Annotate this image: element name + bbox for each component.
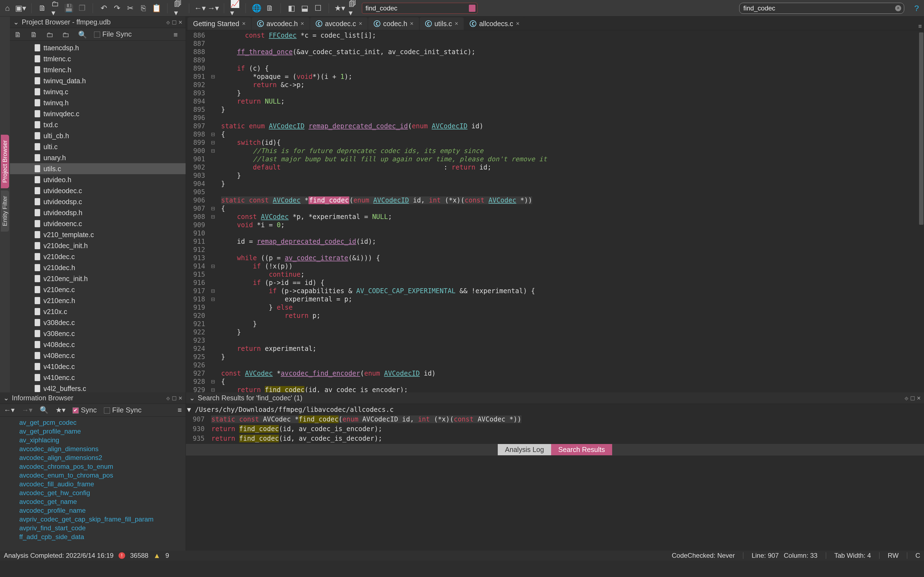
info-link[interactable]: avcodec_get_hw_config — [19, 488, 186, 497]
back-icon[interactable]: ←▾ — [4, 406, 15, 414]
chevron-down-icon[interactable]: ⌄ — [3, 394, 9, 402]
rail-tab-entity[interactable]: Entity Filter — [1, 190, 9, 232]
error-count[interactable]: 36588 — [130, 552, 149, 559]
file-sync-checkbox[interactable]: File Sync — [104, 406, 142, 414]
file-item[interactable]: ttaencdsp.h — [10, 42, 186, 53]
graph-icon[interactable]: 📈▾ — [231, 4, 239, 12]
tab-width[interactable]: Tab Width: 4 — [834, 552, 871, 559]
error-icon[interactable]: ! — [118, 552, 125, 559]
forward-icon[interactable]: →▾ — [22, 406, 32, 414]
chevron-down-icon[interactable]: ⌄ — [189, 394, 195, 402]
info-link[interactable]: avpriv_codec_get_cap_skip_frame_fill_par… — [19, 515, 186, 524]
info-link[interactable]: avpriv_find_start_code — [19, 524, 186, 532]
file-item[interactable]: v408enc.c — [10, 350, 186, 361]
maximize-icon[interactable]: □ — [172, 18, 176, 26]
editor-tab[interactable]: Ccodec.h× — [368, 17, 419, 30]
tree-icon[interactable]: 🗀 — [46, 31, 54, 38]
file-item[interactable]: v210enc_init.h — [10, 273, 186, 284]
global-search-input[interactable]: find_codec × — [739, 3, 904, 14]
file-item[interactable]: utils.c — [10, 163, 186, 174]
file-item[interactable]: utvideodsp.h — [10, 207, 186, 218]
info-link[interactable]: av_xiphlacing — [19, 436, 186, 445]
file-item[interactable]: v210enc.h — [10, 295, 186, 306]
sync-checkbox[interactable]: Sync — [73, 406, 97, 414]
doc-icon[interactable]: 🗎 — [266, 4, 274, 12]
pin-icon[interactable]: ⟐ — [166, 18, 170, 26]
layout-window-icon[interactable]: ☐ — [314, 4, 322, 12]
results-content[interactable]: ▼ /Users/chy/Downloads/ffmpeg/libavcodec… — [186, 404, 924, 443]
info-link[interactable]: av_get_profile_name — [19, 427, 186, 436]
star-icon[interactable]: ★▾ — [55, 406, 65, 414]
chevron-down-icon[interactable]: ⌄ — [13, 18, 19, 26]
file-item[interactable]: utvideodsp.c — [10, 196, 186, 207]
close-panel-icon[interactable]: × — [917, 394, 921, 402]
entity-combo[interactable]: find_codec — [362, 3, 477, 14]
fold-column[interactable]: ⊟⊟⊟⊟⊟⊟⊟⊟⊟⊟⊟ — [208, 30, 218, 392]
tab-analysis-log[interactable]: Analysis Log — [498, 444, 551, 455]
file-item[interactable]: v210_template.c — [10, 229, 186, 240]
info-link[interactable]: ff_add_cpb_side_data — [19, 532, 186, 541]
editor-tab[interactable]: Cavcodec.h× — [252, 17, 310, 30]
books-icon[interactable]: ▣▾ — [16, 4, 25, 12]
copy-icon[interactable]: ⎘ — [139, 4, 147, 12]
file-item[interactable]: v308dec.c — [10, 317, 186, 328]
file-item[interactable]: v210dec_init.h — [10, 240, 186, 251]
new-icon[interactable]: 🗎 — [14, 31, 22, 38]
close-panel-icon[interactable]: × — [178, 394, 183, 402]
info-link[interactable]: avcodec_enum_to_chroma_pos — [19, 471, 186, 480]
search-icon[interactable]: 🔍 — [40, 406, 48, 414]
file-item[interactable]: twinvq.c — [10, 86, 186, 97]
new2-icon[interactable]: 🗎 — [30, 31, 38, 38]
forward-icon[interactable]: →▾ — [209, 4, 217, 12]
clear-search-icon[interactable]: × — [895, 5, 901, 11]
layout-left-icon[interactable]: ◧ — [288, 4, 296, 12]
search-icon[interactable]: 🔍 — [78, 31, 86, 38]
close-tab-icon[interactable]: × — [455, 20, 459, 27]
info-link[interactable]: avcodec_get_name — [19, 497, 186, 506]
save-icon[interactable]: 💾 — [65, 4, 73, 12]
file-item[interactable]: v4l2_buffers.c — [10, 383, 186, 392]
info-link[interactable]: avcodec_align_dimensions — [19, 445, 186, 453]
code-editor[interactable]: const FFCodec *c = codec_list[i]; ff_thr… — [218, 30, 918, 392]
file-item[interactable]: utvideoenc.c — [10, 218, 186, 229]
file-item[interactable]: v410dec.c — [10, 361, 186, 372]
star-icon[interactable]: ★▾ — [336, 4, 344, 12]
editor-tab[interactable]: Cavcodec.c× — [310, 17, 368, 30]
close-tab-icon[interactable]: × — [359, 20, 362, 27]
maximize-icon[interactable]: □ — [911, 394, 915, 402]
file-sync-checkbox[interactable]: File Sync — [94, 30, 132, 39]
pin-icon[interactable]: ⟐ — [166, 394, 170, 402]
info-link[interactable]: avcodec_align_dimensions2 — [19, 453, 186, 462]
clipboard2-icon[interactable]: 🗐▾ — [349, 4, 357, 12]
fold-tabs-icon[interactable]: ≡ — [918, 23, 922, 30]
file-item[interactable]: twinvq_data.h — [10, 75, 186, 86]
minimap-scrollbar[interactable] — [918, 30, 924, 392]
cut-icon[interactable]: ✂ — [126, 4, 134, 12]
info-link[interactable]: av_get_pcm_codec — [19, 418, 186, 427]
file-item[interactable]: twinvqdec.c — [10, 108, 186, 119]
file-item[interactable]: twinvq.h — [10, 97, 186, 108]
help-icon[interactable]: ? — [913, 3, 921, 13]
file-item[interactable]: v210enc.c — [10, 284, 186, 295]
file-item[interactable]: v210x.c — [10, 306, 186, 317]
editor-tab[interactable]: Callcodecs.c× — [464, 17, 525, 30]
info-link[interactable]: avcodec_fill_audio_frame — [19, 480, 186, 488]
info-link[interactable]: avcodec_profile_name — [19, 506, 186, 515]
editor-tab[interactable]: Getting Started× — [187, 17, 251, 30]
file-item[interactable]: v210dec.h — [10, 262, 186, 273]
file-item[interactable]: v308enc.c — [10, 328, 186, 339]
close-tab-icon[interactable]: × — [300, 20, 304, 27]
close-tab-icon[interactable]: × — [516, 20, 520, 27]
menu-icon[interactable]: ≡ — [178, 406, 182, 414]
file-item[interactable]: v410enc.c — [10, 372, 186, 383]
back-icon[interactable]: ←▾ — [196, 4, 204, 12]
undo-icon[interactable]: ↶ — [100, 4, 108, 12]
open-folder-icon[interactable]: 🗀▾ — [52, 4, 60, 12]
file-item[interactable]: ttmlenc.h — [10, 64, 186, 75]
warning-count[interactable]: 9 — [165, 552, 169, 559]
rail-tab-project[interactable]: Project Browser — [1, 135, 9, 188]
file-item[interactable]: ulti.c — [10, 141, 186, 152]
close-tab-icon[interactable]: × — [242, 20, 246, 27]
paste-icon[interactable]: 📋 — [152, 4, 161, 12]
editor-tab[interactable]: Cutils.c× — [420, 17, 464, 30]
